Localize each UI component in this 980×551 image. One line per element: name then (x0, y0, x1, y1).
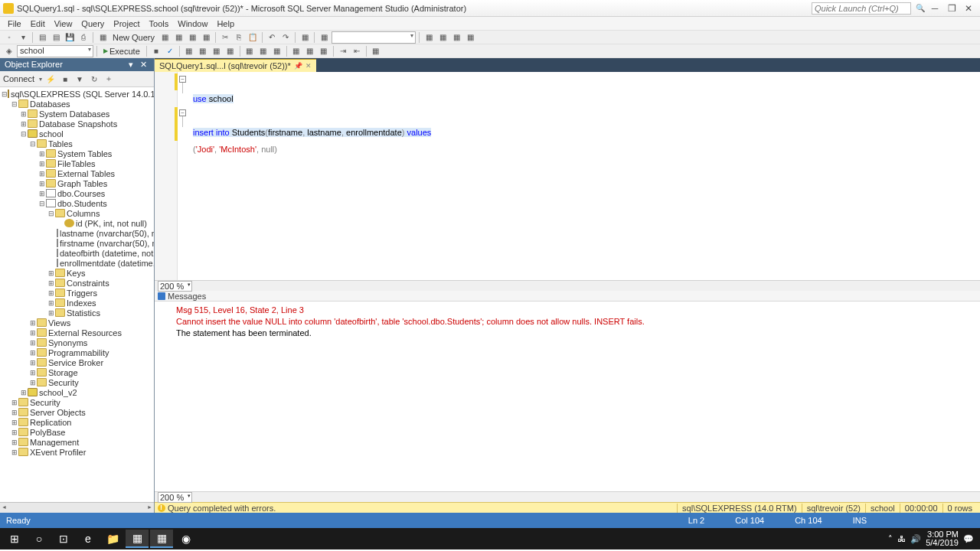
tb-icon-7[interactable]: ▦ (423, 31, 435, 44)
outdent-icon[interactable]: ⇤ (351, 45, 363, 57)
tb2-icon-6[interactable]: ▦ (257, 45, 270, 57)
system-tray[interactable]: ˄ 🖧 🔊 3:00 PM 5/4/2019 💬 (888, 530, 977, 547)
tn-exttables[interactable]: External Tables (57, 169, 115, 178)
tn-dbocourses[interactable]: dbo.Courses (57, 189, 105, 198)
menu-project[interactable]: Project (109, 19, 144, 28)
tn-indexes[interactable]: Indexes (67, 298, 96, 308)
save-all-icon[interactable]: ⎙ (77, 31, 90, 44)
search-icon[interactable]: 🔍 (914, 2, 926, 15)
tn-security[interactable]: Security (30, 398, 60, 407)
tb-icon-9[interactable]: ▦ (450, 31, 462, 44)
oe-tree[interactable]: ⊟sql\SQLEXPRESS (SQL Server 14.0.1000 - … (0, 87, 154, 502)
tb2-icon-2[interactable]: ▦ (197, 45, 209, 57)
db-icon[interactable]: ◈ (3, 45, 15, 57)
messages-pane[interactable]: Msg 515, Level 16, State 2, Line 3 Canno… (155, 302, 980, 491)
tb2-icon-8[interactable]: ▦ (290, 45, 302, 57)
tn-col-lastname[interactable]: lastname (nvarchar(50), not nul (60, 229, 154, 238)
menu-view[interactable]: View (50, 19, 77, 28)
tn-management[interactable]: Management (30, 438, 79, 447)
save-icon[interactable]: 💾 (64, 31, 76, 44)
menu-help[interactable]: Help (212, 19, 239, 28)
close-button[interactable]: ✕ (960, 2, 977, 15)
editor-tab-sqlquery1[interactable]: SQLQuery1.sql...l (sql\trevoir (52))* 📌 … (155, 59, 316, 72)
oe-filter-icon[interactable]: ▼ (74, 73, 86, 85)
chrome-icon[interactable]: ◉ (175, 530, 198, 548)
tb2-icon-5[interactable]: ▦ (243, 45, 256, 57)
new-query-button[interactable]: New Query (110, 33, 157, 42)
oe-disconnect-icon[interactable]: ⚡ (44, 73, 57, 85)
tab-pin-icon[interactable]: 📌 (294, 62, 302, 70)
tb2-icon-10[interactable]: ▦ (318, 45, 330, 57)
tn-filetables[interactable]: FileTables (57, 159, 96, 168)
parse-icon[interactable]: ✓ (164, 45, 176, 57)
forward-icon[interactable]: ▾ (17, 31, 29, 44)
new-query-icon[interactable]: ▦ (96, 31, 109, 44)
tb-icon-6[interactable]: ▦ (318, 31, 330, 44)
zoom-combo[interactable]: 200 % (158, 281, 192, 292)
tn-col-enroll[interactable]: enrollmentdate (datetime, null) (60, 259, 154, 268)
tn-dbsnap[interactable]: Database Snapshots (39, 119, 117, 129)
tn-storage[interactable]: Storage (48, 368, 78, 377)
tn-col-dob[interactable]: dateofbirth (datetime, not null) (60, 249, 154, 258)
new-icon[interactable]: ▤ (36, 31, 48, 44)
tray-volume-icon[interactable]: 🔊 (910, 534, 921, 544)
tb2-icon-9[interactable]: ▦ (304, 45, 316, 57)
menu-tools[interactable]: Tools (145, 19, 174, 28)
menu-query[interactable]: Query (77, 19, 109, 28)
code-editor[interactable]: − − use school insert into Students(firs… (155, 72, 980, 280)
tn-school[interactable]: school (39, 129, 64, 139)
msg-zoom-combo[interactable]: 200 % (158, 492, 192, 503)
debug-icon[interactable]: ■ (150, 45, 162, 57)
menu-file[interactable]: File (3, 19, 26, 28)
tn-synonyms[interactable]: Synonyms (48, 338, 87, 347)
tn-keys[interactable]: Keys (67, 269, 85, 278)
ie-icon[interactable]: e (77, 530, 100, 548)
tray-chevron-icon[interactable]: ˄ (888, 534, 893, 544)
paste-icon[interactable]: 📋 (247, 31, 259, 44)
tn-systables[interactable]: System Tables (57, 149, 112, 158)
tn-databases[interactable]: Databases (30, 99, 70, 109)
tb-icon-5[interactable]: ▦ (299, 31, 311, 44)
tn-statistics[interactable]: Statistics (67, 308, 100, 318)
tn-dbostudents[interactable]: dbo.Students (57, 199, 107, 208)
maximize-button[interactable]: ❐ (943, 2, 960, 15)
cut-icon[interactable]: ✂ (219, 31, 231, 44)
tn-security-db[interactable]: Security (48, 378, 79, 387)
tn-programmability[interactable]: Programmability (48, 348, 109, 357)
tn-views[interactable]: Views (48, 318, 70, 328)
tn-schoolv2[interactable]: school_v2 (39, 388, 77, 397)
tn-servicebroker[interactable]: Service Broker (48, 358, 103, 367)
tray-network-icon[interactable]: 🖧 (897, 534, 906, 543)
fold-box-icon[interactable]: − (179, 109, 186, 116)
tn-serverobj[interactable]: Server Objects (30, 408, 86, 417)
tb-icon-3[interactable]: ▦ (186, 31, 198, 44)
minimize-button[interactable]: ─ (926, 2, 943, 15)
tn-xeprofiler[interactable]: XEvent Profiler (30, 448, 86, 457)
tb2-icon-3[interactable]: ▦ (211, 45, 223, 57)
tb-icon-4[interactable]: ▦ (200, 31, 212, 44)
copy-icon[interactable]: ⎘ (233, 31, 245, 44)
oe-pin-icon[interactable]: ▾ ✕ (129, 60, 149, 70)
tray-notifications-icon[interactable]: 💬 (963, 534, 974, 544)
tn-col-firstname[interactable]: firstname (nvarchar(50), not nul (60, 239, 154, 248)
open-icon[interactable]: ▤ (50, 31, 62, 44)
tab-close-icon[interactable]: ✕ (305, 62, 312, 70)
execute-button[interactable]: Execute (100, 47, 143, 56)
quick-launch-input[interactable] (812, 2, 911, 15)
tn-triggers[interactable]: Triggers (67, 289, 97, 298)
cortana-icon[interactable]: ○ (28, 530, 51, 548)
tn-graphtables[interactable]: Graph Tables (57, 179, 107, 188)
menu-edit[interactable]: Edit (26, 19, 50, 28)
tn-server[interactable]: sql\SQLEXPRESS (SQL Server 14.0.1000 - s… (11, 90, 154, 99)
start-button[interactable]: ⊞ (3, 530, 26, 548)
tn-extres[interactable]: External Resources (48, 328, 122, 337)
fold-box-icon[interactable]: − (179, 76, 186, 83)
indent-icon[interactable]: ⇥ (337, 45, 349, 57)
tb-icon-2[interactable]: ▦ (172, 31, 185, 44)
tn-replication[interactable]: Replication (30, 418, 71, 427)
menu-window[interactable]: Window (173, 19, 212, 28)
back-icon[interactable]: ◦ (3, 31, 15, 44)
taskbar-clock[interactable]: 3:00 PM 5/4/2019 (926, 530, 959, 547)
ssms-taskbar-icon[interactable]: ▦ (150, 530, 173, 548)
tn-constraints[interactable]: Constraints (67, 279, 109, 288)
